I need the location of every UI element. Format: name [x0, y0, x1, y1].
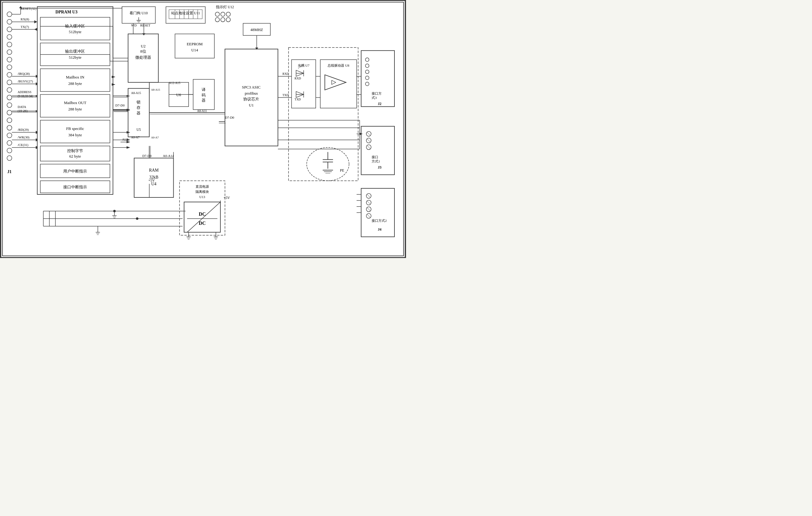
input-buffer-size: 512byte — [69, 30, 82, 34]
rxd-label: RXD — [295, 77, 301, 80]
a0a7-label: A0-A7 — [131, 136, 140, 139]
dc-dc-u13: DC DC — [184, 202, 220, 232]
u5-latch-label1: 锁 — [137, 100, 141, 104]
wr-signal-label: /WR(30) — [18, 135, 29, 139]
optocoupler-label: 光耦 U7 — [298, 64, 310, 67]
rxd-conn-label: RXD — [283, 72, 289, 76]
u5-label: U5 — [137, 127, 141, 132]
decoder-label2: 码 — [202, 93, 206, 97]
wd-label: WD — [131, 23, 137, 27]
eeprom-u14-label: U14 — [191, 48, 198, 52]
mailbox-out-label: Mailbox OUT — [64, 101, 86, 105]
u5-latch-label3: 器 — [137, 111, 141, 115]
u5-latch-label2: 存 — [137, 105, 141, 110]
svg-rect-52 — [40, 120, 110, 143]
j2-label: J2 — [378, 102, 381, 106]
output-buffer-size: 512byte — [69, 55, 82, 60]
clock-48mhz: 48MHZ — [243, 23, 270, 36]
user-interrupt-label: 用户中断指示 — [63, 169, 87, 173]
indicator-label: 指示灯 U12 — [215, 5, 234, 9]
watchdog-u10: 看门狗 U10 — [122, 7, 155, 23]
ce-signal-label: /CE(31) — [18, 143, 29, 147]
d7d0-right-label: D7-D0 — [225, 116, 234, 119]
spc3-label4: U1 — [249, 103, 254, 107]
watchdog-label: 看门狗 U10 — [129, 11, 148, 15]
pe-label: PE — [340, 168, 344, 173]
ram-u4: RAM 32kB U4 — [134, 158, 173, 197]
j3-interface-label2: 方式1 — [372, 160, 380, 163]
svg-rect-83 — [184, 202, 220, 232]
power-module-label3: U13 — [200, 195, 205, 199]
u5-latch: 锁 存 器 U5 A8-A15 A0-A7 — [128, 89, 149, 139]
d7d0-label-left: D7-D0 — [115, 104, 125, 107]
control-byte-size: 62 byte — [69, 154, 81, 159]
rx-signal-label: RX(8) — [21, 17, 29, 21]
circuit-diagram: J1 RESET(32) RX(8) TX(7) /IRQ(28) /BUSY(… — [0, 0, 406, 258]
j3-connector: 接口 方式1 J3 — [361, 126, 395, 175]
u2-label: U2 — [141, 44, 146, 48]
fb-specific-size: 384 byte — [68, 133, 82, 137]
svg-point-150 — [136, 218, 138, 220]
spc3-label3: 协议芯片 — [243, 97, 259, 101]
a0a14-label: A0-A14 — [163, 154, 174, 157]
dc-label2: DC — [199, 221, 206, 226]
ram-label: RAM — [149, 168, 159, 173]
optocoupler-u7: 光耦 U7 RXD TXD — [292, 60, 316, 108]
power-module-label2: 隔离模块 — [196, 190, 209, 194]
eeprom-u14: EEPROM U14 — [175, 34, 214, 58]
control-byte-label: 控制字节 — [67, 148, 83, 153]
address-signal-label: ADDRESS — [18, 90, 31, 94]
spc3-label1: SPC3 ASIC — [242, 85, 261, 89]
j2-interface-label: 接口方 — [372, 92, 382, 95]
clock-label: 48MHZ — [250, 27, 263, 32]
dpram-u3: DPRAM U3 输入缓冲区 512byte 输出缓冲区 512byte Mai… — [37, 7, 113, 194]
j4-label: J4 — [378, 227, 381, 232]
plus5v-label1: +5V — [148, 178, 155, 182]
reset-signal-label: RESET(32) — [21, 7, 36, 11]
tx-signal-label: TX(7) — [21, 25, 29, 29]
svg-rect-51 — [40, 95, 110, 117]
mailbox-out-size: 288 byte — [68, 107, 82, 111]
j2-connector: 接口方 式3 J2 — [361, 51, 395, 107]
decoder-label3: 器 — [202, 98, 206, 103]
txd-label: TXD — [295, 98, 301, 101]
amplifier-symbol: ▷ — [331, 79, 336, 85]
interface-interrupt-label: 接口中断指示 — [63, 185, 87, 189]
bus-driver-label: 总线驱动器 U8 — [327, 64, 349, 67]
j3-interface-label: 接口 — [372, 155, 378, 159]
u2-processor: U2 8位 微处理器 — [128, 34, 158, 82]
address-setting-u11: 站点地址设置 U11 — [166, 7, 205, 23]
decoder-label1: 译 — [202, 87, 206, 92]
u5-a0a7-label: A0-A7 — [151, 136, 159, 139]
u5-a8a15-label: A8-A15 — [151, 88, 160, 91]
a8a11-label: A8-A11 — [197, 109, 207, 113]
input-buffer-label: 输入缓冲区 — [65, 24, 85, 28]
plus5v-label2: +5V — [224, 196, 230, 200]
a8a15-left-label: A8-A15 — [131, 91, 141, 95]
j3-label: J3 — [378, 165, 381, 169]
busy-signal-label: /BUSY(27) — [18, 79, 33, 83]
mailbox-in-label: Mailbox IN — [66, 75, 85, 79]
dpram-title: DPRAM U3 — [55, 10, 77, 14]
j2-interface-label2: 式3 — [372, 96, 377, 99]
mailbox-in-size: 288 byte — [68, 81, 82, 86]
eeprom-label: EEPROM — [187, 42, 203, 46]
d7d0-ram-label: D7-D0 — [142, 154, 152, 157]
bus-driver-u8: 总线驱动器 U8 ▷ — [320, 60, 356, 108]
j1-label: J1 — [7, 169, 11, 174]
irq-signal-label: /IRQ(28) — [18, 72, 30, 76]
svg-rect-50 — [40, 69, 110, 92]
svg-rect-98 — [361, 51, 395, 107]
j4-connector: 接口方式2 J4 — [361, 188, 395, 237]
dc-label1: DC — [199, 211, 206, 217]
data-signal-label: DATA — [18, 105, 26, 109]
spc3-u1: SPC3 ASIC profibus 协议芯片 U1 — [225, 49, 278, 146]
txd-conn-label: TXD — [283, 93, 289, 97]
address-setting-label: 站点地址设置 U11 — [171, 11, 200, 15]
svg-rect-48 — [40, 17, 110, 40]
u2-processor-label: 微处理器 — [135, 55, 151, 60]
output-buffer-label: 输出缓冲区 — [65, 49, 85, 54]
reset-wire-label: RESET — [140, 23, 150, 27]
power-module-label1: 直流电源 — [196, 185, 209, 188]
u2-8bit: 8位 — [140, 49, 146, 54]
